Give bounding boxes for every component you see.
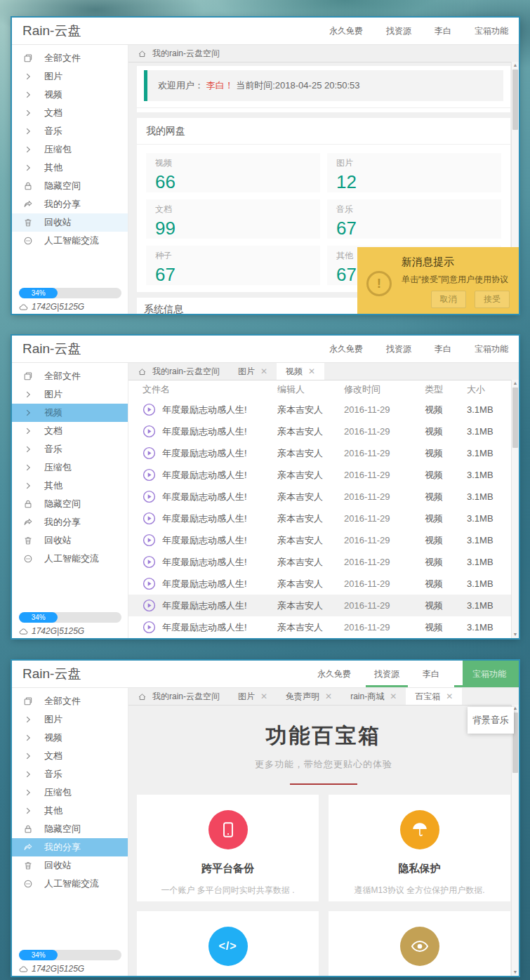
sidebar-item-all-files[interactable]: 全部文件 [12, 692, 128, 710]
feature-card-cross-platform-backup[interactable]: 跨平台备份 一个账户 多平台同时实时共享数据 . [137, 795, 319, 901]
accept-button[interactable]: 接受 [475, 291, 510, 308]
header-modified[interactable]: 修改时间 [344, 383, 425, 396]
sidebar-item-others[interactable]: 其他 [12, 477, 128, 495]
file-row[interactable]: 年度最励志动感人生!亲本吉安人2016-11-29视频3.1MB [128, 551, 519, 573]
header-size[interactable]: 大小 [467, 383, 510, 396]
play-circle-icon[interactable] [143, 425, 156, 438]
nav-item-free-forever[interactable]: 永久免费 [317, 661, 351, 687]
sidebar-item-hidden-space[interactable]: 隐藏空间 [12, 177, 128, 195]
close-icon[interactable]: ✕ [308, 367, 315, 376]
file-row[interactable]: 年度最励志动感人生!亲本吉安人2016-11-29视频3.1MB [128, 486, 519, 508]
play-circle-icon[interactable] [143, 534, 156, 547]
sidebar-item-music[interactable]: 音乐 [12, 440, 128, 458]
play-circle-icon[interactable] [143, 555, 156, 569]
play-circle-icon[interactable] [143, 490, 156, 503]
nav-item-username[interactable]: 李白 [423, 661, 439, 687]
close-icon[interactable]: ✕ [390, 692, 397, 701]
tab-disclaimer[interactable]: 免责声明✕ [277, 688, 341, 705]
header-filename[interactable]: 文件名 [143, 383, 277, 396]
content-scrollbar[interactable]: ▲ ▼ [511, 705, 519, 976]
scrollbar-thumb[interactable] [512, 388, 518, 448]
sidebar-item-music[interactable]: 音乐 [12, 765, 128, 783]
sidebar-item-hidden-space[interactable]: 隐藏空间 [12, 820, 128, 838]
sidebar-item-images[interactable]: 图片 [12, 710, 128, 729]
scroll-down-arrow[interactable]: ▼ [512, 631, 519, 638]
file-row[interactable]: 年度最励志动感人生!亲本吉安人2016-11-29视频3.1MB [128, 595, 519, 616]
header-type[interactable]: 类型 [425, 383, 467, 396]
play-circle-icon[interactable] [143, 621, 156, 634]
close-icon[interactable]: ✕ [260, 692, 267, 701]
nav-item-toolbox-menu[interactable]: 宝箱功能 [463, 661, 519, 687]
tab-rain-mall[interactable]: rain-商城✕ [341, 688, 406, 705]
play-circle-icon[interactable] [143, 512, 156, 525]
sidebar-item-archives[interactable]: 压缩包 [12, 783, 128, 802]
tab-images[interactable]: 图片✕ [229, 688, 277, 705]
tab-home[interactable]: 我的rain-云盘空间 [128, 45, 229, 62]
sidebar-item-archives[interactable]: 压缩包 [12, 458, 128, 477]
play-circle-icon[interactable] [143, 446, 156, 460]
scroll-down-arrow[interactable]: ▼ [512, 969, 519, 976]
sidebar-item-documents[interactable]: 文档 [12, 747, 128, 765]
nav-item-find-resources[interactable]: 找资源 [386, 336, 411, 362]
storage-progress[interactable]: 34% [19, 950, 121, 960]
sidebar-item-videos[interactable]: 视频 [12, 729, 128, 747]
sidebar-item-my-shares[interactable]: 我的分享 [12, 195, 128, 213]
sidebar-item-images[interactable]: 图片 [12, 385, 128, 404]
feature-card-access-trace[interactable]: 访问痕迹查看 [329, 911, 510, 976]
sidebar-item-recycle-bin[interactable]: 回收站 [12, 531, 128, 550]
file-row[interactable]: 年度最励志动感人生!亲本吉安人2016-11-29视频3.1MB [128, 464, 519, 486]
file-row[interactable]: 年度最励志动感人生!亲本吉安人2016-11-29视频3.1MB [128, 399, 519, 421]
file-row[interactable]: 年度最励志动感人生!亲本吉安人2016-11-29视频3.1MB [128, 529, 519, 551]
sidebar-item-all-files[interactable]: 全部文件 [12, 49, 128, 67]
sidebar-item-recycle-bin[interactable]: 回收站 [12, 213, 128, 232]
storage-progress[interactable]: 34% [19, 612, 121, 623]
feature-card-privacy-protection[interactable]: 隐私保护 遵循M13协议 全方位保护用户数据. [329, 795, 510, 901]
header-editor[interactable]: 编辑人 [277, 383, 344, 396]
file-row[interactable]: 年度最励志动感人生!亲本吉安人2016-11-29视频3.1MB [128, 421, 519, 442]
file-row[interactable]: 年度最励志动感人生!亲本吉安人2016-11-29视频3.1MB [128, 616, 519, 638]
scroll-up-arrow[interactable]: ▲ [512, 62, 519, 69]
play-circle-icon[interactable] [143, 577, 156, 590]
sidebar-item-others[interactable]: 其他 [12, 802, 128, 820]
sidebar-item-videos[interactable]: 视频 [12, 404, 128, 422]
nav-item-free-forever[interactable]: 永久免费 [329, 336, 363, 362]
sidebar-item-recycle-bin[interactable]: 回收站 [12, 856, 128, 875]
play-circle-icon[interactable] [143, 403, 156, 416]
sidebar-item-documents[interactable]: 文档 [12, 422, 128, 440]
nav-item-toolbox-menu[interactable]: 宝箱功能 [475, 336, 508, 362]
storage-progress[interactable]: 34% [19, 288, 121, 298]
sidebar-item-hidden-space[interactable]: 隐藏空间 [12, 495, 128, 513]
sidebar-item-ai-chat[interactable]: 人工智能交流 [12, 550, 128, 568]
nav-item-toolbox-menu[interactable]: 宝箱功能 [475, 18, 508, 44]
sidebar-item-my-shares[interactable]: 我的分享 [12, 513, 128, 531]
cancel-button[interactable]: 取消 [431, 291, 466, 308]
sidebar-item-documents[interactable]: 文档 [12, 104, 128, 122]
nav-item-username[interactable]: 李白 [435, 18, 451, 44]
close-icon[interactable]: ✕ [260, 367, 267, 376]
nav-item-username[interactable]: 李白 [435, 336, 451, 362]
nav-item-find-resources[interactable]: 找资源 [386, 18, 411, 44]
scrollbar-thumb[interactable] [512, 69, 518, 130]
tab-home[interactable]: 我的rain-云盘空间 [128, 363, 229, 380]
content-scrollbar[interactable]: ▲ ▼ [511, 380, 519, 638]
close-icon[interactable]: ✕ [446, 692, 453, 701]
sidebar-item-music[interactable]: 音乐 [12, 122, 128, 140]
play-circle-icon[interactable] [143, 468, 156, 482]
tab-videos[interactable]: 视频✕ [277, 363, 324, 380]
tab-toolbox[interactable]: 百宝箱✕ [406, 688, 462, 705]
toolbox-dropdown-item-background-music[interactable]: 背景音乐 [468, 707, 514, 734]
sidebar-item-videos[interactable]: 视频 [12, 86, 128, 104]
sidebar-item-others[interactable]: 其他 [12, 159, 128, 177]
nav-item-find-resources[interactable]: 找资源 [374, 661, 399, 687]
sidebar-item-ai-chat[interactable]: 人工智能交流 [12, 232, 128, 250]
sidebar-item-all-files[interactable]: 全部文件 [12, 367, 128, 385]
nav-item-free-forever[interactable]: 永久免费 [329, 18, 363, 44]
tab-images[interactable]: 图片✕ [229, 363, 277, 380]
close-icon[interactable]: ✕ [325, 692, 332, 701]
file-row[interactable]: 年度最励志动感人生!亲本吉安人2016-11-29视频3.1MB [128, 508, 519, 529]
sidebar-item-images[interactable]: 图片 [12, 67, 128, 86]
sidebar-item-archives[interactable]: 压缩包 [12, 140, 128, 159]
file-row[interactable]: 年度最励志动感人生!亲本吉安人2016-11-29视频3.1MB [128, 442, 519, 464]
scroll-up-arrow[interactable]: ▲ [512, 380, 519, 387]
feature-card-plugin-support[interactable]: </> 支持插件 [137, 911, 319, 976]
